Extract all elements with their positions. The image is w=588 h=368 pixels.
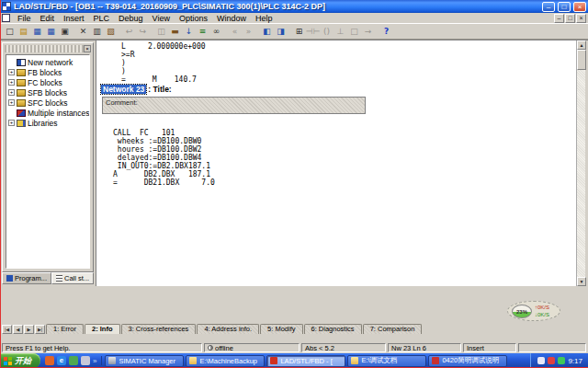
ladder-contact-icon[interactable]: ⊣⊢ [306,25,320,38]
menu-window[interactable]: Window [212,13,251,24]
ladder-box-icon[interactable]: □ [347,25,361,38]
quick-launch-overflow-icon[interactable]: » [93,357,96,365]
tree-item-sfc-blocks[interactable]: + SFC blocks [8,98,89,108]
save-icon[interactable]: ▦ [30,25,44,38]
copy-icon[interactable]: ▥ [90,25,104,38]
tab-cross-references[interactable]: 3: Cross-references [121,324,197,334]
tree-item-new-network[interactable]: New network [8,57,89,67]
paste-icon[interactable]: ▧ [104,25,118,38]
mdi-close-button[interactable]: × [576,14,586,23]
network-comment-box[interactable]: Comment: [102,97,366,114]
new-icon[interactable]: □ [3,25,17,38]
scroll-down-icon[interactable]: ▼ [577,277,586,286]
last-tab-icon[interactable]: ▶| [35,325,45,334]
prev-tab-icon[interactable]: ◀ [13,325,23,334]
menu-plc[interactable]: PLC [89,13,115,24]
new-window-icon[interactable]: ◧ [260,25,274,38]
network-label[interactable]: Network 23 [101,85,146,94]
menu-help[interactable]: Help [251,13,277,24]
volume-icon[interactable] [537,357,545,364]
menu-options[interactable]: Options [175,13,212,24]
tree-item-multiple-instances[interactable]: Multiple instances [8,108,89,118]
expander-icon[interactable]: + [8,120,15,126]
briefcase-icon[interactable]: ▬ [168,25,182,38]
menu-insert[interactable]: Insert [59,13,89,24]
stl-code-block-call[interactable]: CALL FC 101 wheeks :=DB100.DBW0 houres :… [113,129,215,187]
tab-error[interactable]: 1: Error [46,324,84,334]
expander-icon[interactable]: + [8,69,15,75]
help-icon[interactable]: ? [379,25,393,38]
pane-drag-handle[interactable] [5,45,91,52]
expander-icon[interactable]: + [8,99,15,106]
mdi-document-icon[interactable] [2,14,10,22]
mdi-window-controls: – □ × [554,14,586,23]
quick-launch-media-icon[interactable] [69,356,78,365]
scrollbar-thumb[interactable] [577,50,586,70]
redo-icon[interactable]: ↪ [136,25,150,38]
scroll-up-icon[interactable]: ▲ [577,40,586,50]
start-button[interactable]: 开始 [0,353,40,368]
stl-code-block-top[interactable]: L 2.000000e+000 >=R ) ) = M 140.7 [121,42,206,84]
stl-code-editor[interactable]: L 2.000000e+000 >=R ) ) = M 140.7 Networ… [96,40,585,286]
compare-icon[interactable]: ◫ [154,25,168,38]
editor-vertical-scrollbar[interactable]: ▲ ▼ [576,40,585,286]
quick-launch-desktop-icon[interactable] [81,356,90,365]
minimize-button[interactable]: – [542,2,555,12]
download-icon[interactable]: ↓ [182,25,196,38]
tab-modify[interactable]: 5: Modify [260,324,302,334]
taskbar-button-ladstlfbd[interactable]: LAD/STL/FBD - [ [266,355,345,367]
security-icon[interactable] [548,357,555,364]
undo-icon[interactable]: ↩ [122,25,136,38]
folder-icon [189,357,197,364]
monitor-glasses-icon[interactable]: ∞ [209,25,223,38]
split-window-icon[interactable]: ◨ [274,25,288,38]
taskbar-button-simatic-manager[interactable]: SIMATIC Manager [105,355,184,367]
taskbar-button-debug-doc[interactable]: 0420简明调试说明 [428,355,507,367]
tree-item-fc-blocks[interactable]: + FC blocks [8,77,89,87]
menu-edit[interactable]: Edit [36,13,60,24]
pane-close-icon[interactable]: × [84,45,91,52]
tab-info[interactable]: 2: Info [85,324,120,334]
tab-comparison[interactable]: 7: Comparison [363,324,423,334]
mdi-restore-button[interactable]: □ [565,14,575,23]
tab-call-structure[interactable]: Call st... [51,272,94,284]
network-overview-icon[interactable]: ⊞ [292,25,306,38]
connect-icon[interactable]: ≡ [196,25,209,38]
taskbar-button-docs-folder[interactable]: E:\调试文档 [347,355,426,367]
close-button[interactable]: × [573,2,586,12]
first-tab-icon[interactable]: |◀ [2,325,12,334]
status-extra [518,343,586,352]
save-all-icon[interactable]: ▦ [44,25,58,38]
ladder-branch-icon[interactable]: ⊥ [334,25,347,38]
open-icon[interactable]: ▤ [17,25,30,38]
netspeed-gauge-widget[interactable]: 23% ↑0K/S ↓0K/S [507,301,560,321]
tree-item-fb-blocks[interactable]: + FB blocks [8,67,89,77]
tree-item-libraries[interactable]: + Libraries [8,118,89,128]
menu-file[interactable]: File [13,13,36,24]
ladder-coil-icon[interactable]: () [320,25,334,38]
quick-launch-ie-icon[interactable]: e [57,356,66,365]
expander-icon[interactable]: + [8,89,15,96]
window-title: LAD/STL/FBD - [OB1 -- T39-014_20160909_P… [14,2,539,11]
expander-icon[interactable]: + [8,79,15,86]
next-tab-icon[interactable]: ▶ [24,325,34,334]
program-elements-tree[interactable]: New network + FB blocks + FC blocks + SF… [6,54,90,269]
menu-debug[interactable]: Debug [114,13,148,24]
quick-launch-messenger-icon[interactable] [45,356,54,365]
network-icon[interactable] [558,357,565,364]
tab-diagnostics[interactable]: 6: Diagnostics [304,324,362,334]
next-error-icon[interactable]: » [242,25,255,38]
cut-icon[interactable]: ✕ [76,25,90,38]
print-icon[interactable]: ▣ [58,25,72,38]
tab-program-elements[interactable]: Program... [2,272,51,284]
taskbar-button-machinebackup[interactable]: E:\MachineBackup [186,355,265,367]
mdi-minimize-button[interactable]: – [554,14,564,23]
clock[interactable]: 9:17 [568,357,582,365]
maximize-button[interactable]: □ [558,2,571,12]
tree-item-sfb-blocks[interactable]: + SFB blocks [8,87,89,98]
prev-error-icon[interactable]: « [228,25,242,38]
tab-address-info[interactable]: 4: Address info. [197,324,259,334]
ladder-jump-icon[interactable]: → [361,25,375,38]
status-help-text: Press F1 to get Help. [2,343,202,352]
menu-view[interactable]: View [148,13,175,24]
